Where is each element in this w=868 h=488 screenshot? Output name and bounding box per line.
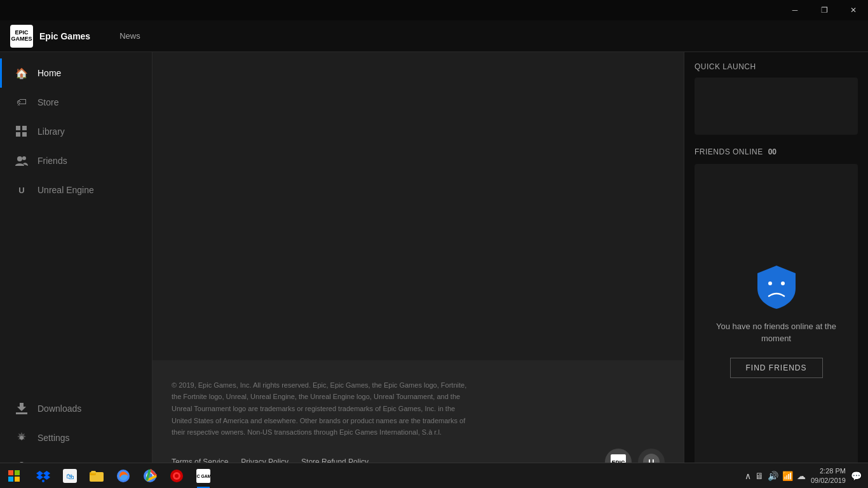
file-explorer-icon [90,469,104,483]
friends-header: Friends online 00 [695,147,858,156]
svg-rect-24 [91,471,96,473]
app-title: Epic Games [39,31,90,41]
svg-rect-1 [22,126,27,130]
sidebar-item-library[interactable]: Library [0,117,152,146]
sidebar-item-friends-label: Friends [37,156,67,166]
svg-rect-16 [15,470,20,475]
network-icon[interactable]: 🖥 [755,471,764,481]
svg-point-5 [22,156,26,160]
start-button[interactable] [0,463,28,489]
right-panel: Quick launch Friends online 00 You have … [684,52,868,488]
find-friends-button[interactable]: FIND FRIENDS [730,358,823,378]
svg-point-13 [768,281,772,285]
friends-box: You have no friends online at the moment… [695,164,858,478]
time-display: 2:28 PM [811,466,846,475]
friends-count: 00 [768,147,776,156]
sidebar-item-home-label: Home [37,68,61,78]
no-friends-text: You have no friends online at the moment [707,320,845,345]
firefox-icon [116,469,130,483]
notification-area: ∧ 🖥 🔊 📶 ☁ [745,471,806,481]
wifi-icon[interactable]: 📶 [782,471,793,481]
notification-icon[interactable]: 💬 [851,471,862,481]
minimize-button[interactable]: ─ [780,0,810,20]
chrome-icon [143,469,157,483]
nav-item-news[interactable]: News [109,20,151,52]
quick-launch-box [695,78,858,135]
home-icon: 🏠 [15,66,29,80]
svg-rect-15 [8,470,13,475]
maximize-button[interactable]: ❐ [810,0,839,20]
svg-rect-3 [22,132,27,137]
taskbar: 🛍 [0,463,868,488]
body-layout: 🏠 Home 🏷 Store Library [0,52,868,488]
downloads-icon [15,402,29,416]
cloud-icon[interactable]: ☁ [797,471,806,481]
logo-area: EPIC GAMES Epic Games [10,25,90,48]
taskbar-store[interactable]: 🛍 [57,463,83,489]
friends-title: Friends online [695,147,763,156]
svg-text:🛍: 🛍 [66,472,74,481]
taskbar-epic[interactable]: EPIC GAMES [191,463,216,489]
store-icon: 🏷 [15,95,29,109]
sidebar-item-home[interactable]: 🏠 Home [0,58,152,88]
sidebar-item-friends[interactable]: Friends [0,146,152,175]
taskbar-launcher[interactable] [164,463,189,489]
svg-rect-18 [15,477,20,482]
friends-icon [15,154,29,168]
svg-point-19 [42,480,44,482]
svg-rect-0 [16,126,20,130]
svg-rect-6 [16,412,27,414]
unreal-icon: U [15,183,29,197]
sidebar: 🏠 Home 🏷 Store Library [0,52,153,488]
svg-point-32 [175,474,179,478]
taskbar-right: ∧ 🖥 🔊 📶 ☁ 2:28 PM 09/02/2019 💬 [745,466,868,485]
taskbar-time[interactable]: 2:28 PM 09/02/2019 [811,466,846,485]
no-friends-icon [756,264,797,310]
app-window: EPIC GAMES Epic Games News 🏠 Home 🏷 Stor… [0,20,868,488]
sidebar-item-unreal[interactable]: U Unreal Engine [0,175,152,205]
taskbar-firefox[interactable] [111,463,136,489]
library-icon [15,125,29,139]
settings-icon [15,431,29,445]
titlebar-controls: ─ ❐ ✕ [780,0,868,20]
taskbar-dropbox[interactable] [31,463,56,489]
svg-text:EPIC
GAMES: EPIC GAMES [196,474,210,478]
titlebar: ─ ❐ ✕ [0,0,868,20]
windows-logo-icon [8,470,20,482]
epic-taskbar-icon: EPIC GAMES [196,469,210,483]
epic-logo: EPIC GAMES [10,25,33,48]
dropbox-icon [36,469,50,483]
volume-icon[interactable]: 🔊 [768,471,778,481]
taskbar-chrome[interactable] [137,463,163,489]
main-content: © 2019, Epic Games, Inc. All rights rese… [153,52,684,488]
quick-launch-title: Quick launch [695,62,858,71]
sidebar-item-settings[interactable]: Settings [0,423,152,452]
windows-store-icon: 🛍 [63,469,77,483]
sidebar-item-store[interactable]: 🏷 Store [0,88,152,117]
sidebar-item-store-label: Store [37,97,58,107]
sidebar-item-downloads[interactable]: Downloads [0,394,152,423]
chevron-up-icon[interactable]: ∧ [745,471,751,481]
sidebar-item-unreal-label: Unreal Engine [37,185,94,195]
sidebar-item-library-label: Library [37,126,65,137]
taskbar-apps: 🛍 [31,463,216,489]
copyright-text: © 2019, Epic Games, Inc. All rights rese… [172,379,477,438]
sidebar-item-downloads-label: Downloads [37,403,81,414]
close-button[interactable]: ✕ [839,0,868,20]
date-display: 09/02/2019 [811,476,846,485]
taskbar-explorer[interactable] [84,463,109,489]
svg-point-4 [17,156,22,161]
svg-rect-2 [16,132,20,137]
svg-rect-17 [8,477,13,482]
sidebar-item-settings-label: Settings [37,433,70,443]
header: EPIC GAMES Epic Games News [0,20,868,52]
launcher-icon [170,469,184,483]
svg-point-14 [781,281,785,285]
